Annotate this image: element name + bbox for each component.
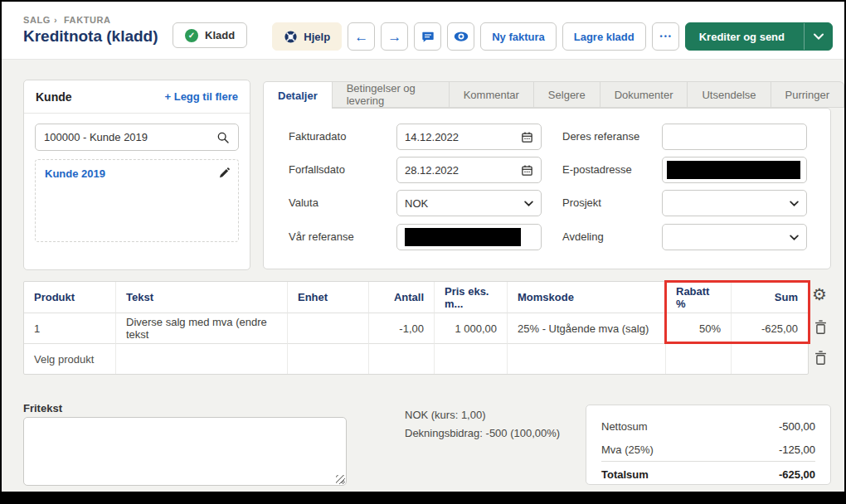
mva-label: Mva (25%) <box>601 443 654 456</box>
fritekst-textarea[interactable] <box>23 417 347 486</box>
more-actions-button[interactable]: ••• <box>652 22 679 51</box>
deres-referanse-input[interactable] <box>662 124 807 150</box>
deres-referanse-label: Deres referanse <box>562 130 639 143</box>
trash-icon[interactable] <box>814 319 828 335</box>
nettosum-row: Nettosum -500,00 <box>601 414 815 438</box>
breadcrumb-faktura[interactable]: FAKTURA <box>64 15 111 25</box>
help-button-label: Hjelp <box>304 31 330 43</box>
col-header-rabatt: Rabatt % <box>666 282 732 313</box>
top-bar: SALG› FAKTURA Kreditnota (kladd) ✓ Kladd <box>2 2 844 60</box>
nettosum-label: Nettosum <box>601 420 648 433</box>
tab-utsendelse[interactable]: Utsendelse <box>688 81 771 108</box>
preview-button[interactable] <box>447 22 474 51</box>
velg-produkt-placeholder: Velg produkt <box>34 353 94 366</box>
fakturadato-value: 14.12.2022 <box>405 131 459 143</box>
arrow-right-icon: → <box>387 30 401 44</box>
col-header-antall: Antall <box>369 282 435 313</box>
var-referanse-label: Vår referanse <box>289 230 354 243</box>
col-header-sum: Sum <box>732 282 808 313</box>
chevron-down-icon <box>524 201 533 206</box>
details-panel: Fakturadato 14.12.2022 Forfallsdato 28.1… <box>263 108 831 269</box>
avdeling-label: Avdeling <box>562 230 604 243</box>
col-header-pris: Pris eks. m... <box>435 282 508 313</box>
comment-button[interactable] <box>414 22 441 51</box>
row1-produkt[interactable]: 1 <box>24 313 116 343</box>
col-header-enhet: Enhet <box>288 282 369 313</box>
col-header-tekst: Tekst <box>116 282 288 313</box>
save-draft-button[interactable]: Lagre kladd <box>562 22 646 51</box>
tab-detaljer[interactable]: Detaljer <box>263 81 333 109</box>
ellipsis-icon: ••• <box>659 32 672 41</box>
search-icon[interactable] <box>216 131 230 144</box>
tab-purringer[interactable]: Purringer <box>771 81 844 108</box>
avdeling-select[interactable] <box>662 224 807 250</box>
tab-selgere[interactable]: Selgere <box>534 81 600 108</box>
fritekst-label: Fritekst <box>23 402 62 414</box>
gear-icon[interactable]: ⚙ <box>812 286 827 303</box>
edit-customer-pencil-icon[interactable] <box>218 167 231 179</box>
var-referanse-input[interactable] <box>396 224 542 250</box>
row2-momskode[interactable] <box>508 343 666 374</box>
totalsum-label: Totalsum <box>601 468 649 481</box>
customer-panel-title: Kunde <box>36 90 72 104</box>
new-invoice-button[interactable]: Ny faktura <box>480 22 557 51</box>
help-button[interactable]: Hjelp <box>272 22 342 51</box>
calendar-icon[interactable] <box>521 164 533 177</box>
line-items-table: Produkt Tekst Enhet Antall Pris eks. m..… <box>23 281 809 375</box>
tab-betingelser-og-levering[interactable]: Betingelser og levering <box>333 81 450 108</box>
row2-pris[interactable] <box>435 343 508 374</box>
valuta-select[interactable]: NOK <box>396 190 542 216</box>
add-more-customers-link[interactable]: + Legg til flere <box>165 90 239 103</box>
status-badge[interactable]: ✓ Kladd <box>173 22 247 48</box>
epostadresse-label: E-postadresse <box>562 163 632 176</box>
row1-momskode[interactable]: 25% - Utgående mva (salg) <box>508 313 666 343</box>
mva-value: -125,00 <box>779 443 815 456</box>
prosjekt-select[interactable] <box>662 190 807 216</box>
forfallsdato-input[interactable]: 28.12.2022 <box>396 157 542 183</box>
nettosum-value: -500,00 <box>779 420 815 433</box>
app-page: SALG› FAKTURA Kreditnota (kladd) ✓ Kladd <box>2 2 844 492</box>
trash-icon[interactable] <box>814 350 828 366</box>
totals-summary: Nettosum -500,00 Mva (25%) -125,00 Total… <box>586 405 831 485</box>
forward-button[interactable]: → <box>381 22 408 51</box>
fakturadato-label: Fakturadato <box>289 130 346 143</box>
page-title: Kreditnota (kladd) <box>23 27 158 46</box>
row1-tekst[interactable]: Diverse salg med mva (endre tekst <box>116 313 288 343</box>
toolbar: Hjelp ← → <box>272 22 833 51</box>
tab-dokumenter[interactable]: Dokumenter <box>600 81 688 108</box>
row2-tekst[interactable] <box>116 343 288 374</box>
arrow-left-icon: ← <box>354 30 368 44</box>
row1-rabatt[interactable]: 50% <box>666 313 732 343</box>
chevron-down-icon <box>790 235 799 240</box>
back-button[interactable]: ← <box>348 22 375 51</box>
row2-enhet[interactable] <box>288 343 369 374</box>
breadcrumb-separator: › <box>54 15 57 25</box>
row2-produkt[interactable]: Velg produkt <box>24 343 116 374</box>
tab-kommentar[interactable]: Kommentar <box>450 81 534 108</box>
eye-icon <box>454 31 469 42</box>
chevron-down-icon <box>814 33 824 40</box>
row2-sum[interactable] <box>732 343 808 374</box>
row1-pris[interactable]: 1 000,00 <box>435 313 508 343</box>
credit-and-send-button[interactable]: Krediter og send <box>685 22 833 51</box>
totalsum-value: -625,00 <box>779 468 815 481</box>
customer-link[interactable]: Kunde 2019 <box>45 167 105 180</box>
detail-tabs: Detaljer Betingelser og levering Komment… <box>263 81 844 109</box>
epostadresse-input[interactable] <box>662 157 807 183</box>
redacted-value <box>667 161 800 179</box>
row1-antall[interactable]: -1,00 <box>369 313 435 343</box>
currency-info: NOK (kurs: 1,00) <box>405 409 486 421</box>
customer-panel-header: Kunde + Legg til flere <box>24 80 250 114</box>
calendar-icon[interactable] <box>521 131 533 143</box>
fakturadato-input[interactable]: 14.12.2022 <box>396 124 542 150</box>
row1-sum[interactable]: -625,00 <box>732 313 808 343</box>
breadcrumb: SALG› FAKTURA <box>23 15 114 25</box>
customer-search-input[interactable]: 100000 - Kunde 2019 <box>35 124 239 151</box>
status-badge-label: Kladd <box>205 29 235 41</box>
breadcrumb-salg[interactable]: SALG <box>23 15 51 25</box>
row2-antall[interactable] <box>369 343 435 374</box>
credit-and-send-dropdown[interactable] <box>804 23 832 50</box>
row1-enhet[interactable] <box>288 313 369 343</box>
row2-rabatt[interactable] <box>666 343 732 374</box>
comment-icon <box>421 30 435 43</box>
